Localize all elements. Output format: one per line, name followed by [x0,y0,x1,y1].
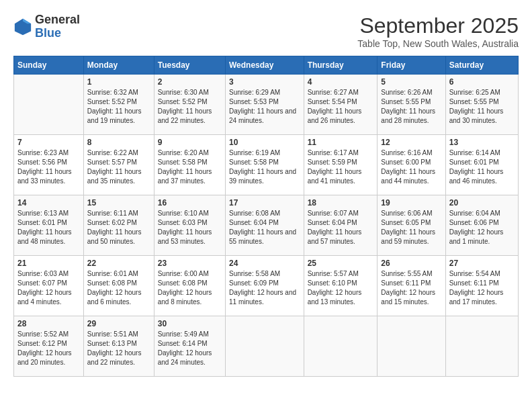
calendar-header-row: Sunday Monday Tuesday Wednesday Thursday… [14,56,519,75]
calendar-day-cell: 7Sunrise: 6:23 AMSunset: 5:56 PMDaylight… [14,135,84,195]
col-wednesday: Wednesday [225,56,304,75]
calendar-day-cell: 15Sunrise: 6:11 AMSunset: 6:02 PMDayligh… [83,195,154,256]
day-number: 6 [449,77,515,87]
calendar-day-cell: 10Sunrise: 6:19 AMSunset: 5:58 PMDayligh… [225,135,304,195]
day-number: 5 [381,77,441,87]
day-info: Sunrise: 6:19 AMSunset: 5:58 PMDaylight:… [229,148,300,186]
header: General Blue September 2025 Table Top, N… [13,13,519,49]
day-number: 24 [229,259,300,268]
calendar-week-row: 1Sunrise: 6:32 AMSunset: 5:52 PMDaylight… [14,75,519,135]
logo-text: General Blue [35,13,80,40]
day-info: Sunrise: 6:22 AMSunset: 5:57 PMDaylight:… [87,148,150,186]
calendar-table: Sunday Monday Tuesday Wednesday Thursday… [13,56,519,377]
calendar-day-cell: 20Sunrise: 6:04 AMSunset: 6:06 PMDayligh… [445,195,518,256]
day-number: 11 [308,138,374,147]
day-info: Sunrise: 6:01 AMSunset: 6:08 PMDaylight:… [87,269,150,307]
col-saturday: Saturday [445,56,518,75]
day-number: 21 [17,259,80,268]
day-info: Sunrise: 5:54 AMSunset: 6:11 PMDaylight:… [449,269,515,307]
title-section: September 2025 Table Top, New South Wale… [357,13,519,49]
day-info: Sunrise: 6:07 AMSunset: 6:04 PMDaylight:… [308,209,374,246]
day-info: Sunrise: 6:04 AMSunset: 6:06 PMDaylight:… [449,209,515,246]
day-info: Sunrise: 6:27 AMSunset: 5:54 PMDaylight:… [308,88,374,126]
logo-general-text: General [35,13,80,26]
day-info: Sunrise: 5:49 AMSunset: 6:14 PMDaylight:… [158,330,222,367]
day-info: Sunrise: 6:26 AMSunset: 5:55 PMDaylight:… [381,88,441,126]
calendar-day-cell: 28Sunrise: 5:52 AMSunset: 6:12 PMDayligh… [14,316,84,377]
day-info: Sunrise: 5:55 AMSunset: 6:11 PMDaylight:… [381,269,441,307]
calendar-day-cell: 4Sunrise: 6:27 AMSunset: 5:54 PMDaylight… [304,75,378,135]
day-number: 2 [158,77,222,87]
calendar-day-cell: 13Sunrise: 6:14 AMSunset: 6:01 PMDayligh… [445,135,518,195]
calendar-day-cell: 2Sunrise: 6:30 AMSunset: 5:52 PMDaylight… [154,75,225,135]
day-info: Sunrise: 6:17 AMSunset: 5:59 PMDaylight:… [308,148,374,186]
calendar-day-cell: 1Sunrise: 6:32 AMSunset: 5:52 PMDaylight… [83,75,154,135]
col-friday: Friday [378,56,445,75]
calendar-day-cell: 24Sunrise: 5:58 AMSunset: 6:09 PMDayligh… [225,256,304,316]
calendar-day-cell: 18Sunrise: 6:07 AMSunset: 6:04 PMDayligh… [304,195,378,256]
day-info: Sunrise: 6:00 AMSunset: 6:08 PMDaylight:… [158,269,222,307]
calendar-day-cell: 6Sunrise: 6:25 AMSunset: 5:55 PMDaylight… [445,75,518,135]
day-number: 23 [158,259,222,268]
calendar-day-cell: 17Sunrise: 6:08 AMSunset: 6:04 PMDayligh… [225,195,304,256]
day-number: 7 [17,138,80,147]
day-number: 20 [449,198,515,208]
day-info: Sunrise: 6:06 AMSunset: 6:05 PMDaylight:… [381,209,441,246]
day-number: 12 [381,138,441,147]
day-info: Sunrise: 6:08 AMSunset: 6:04 PMDaylight:… [229,209,300,246]
calendar-day-cell: 8Sunrise: 6:22 AMSunset: 5:57 PMDaylight… [83,135,154,195]
calendar-day-cell: 21Sunrise: 6:03 AMSunset: 6:07 PMDayligh… [14,256,84,316]
day-number: 15 [87,198,150,208]
calendar-week-row: 7Sunrise: 6:23 AMSunset: 5:56 PMDaylight… [14,135,519,195]
calendar-day-cell: 30Sunrise: 5:49 AMSunset: 6:14 PMDayligh… [154,316,225,377]
calendar-day-cell: 29Sunrise: 5:51 AMSunset: 6:13 PMDayligh… [83,316,154,377]
day-number: 17 [229,198,300,208]
calendar-day-cell: 26Sunrise: 5:55 AMSunset: 6:11 PMDayligh… [378,256,445,316]
day-number: 4 [308,77,374,87]
day-number: 28 [17,319,80,328]
calendar-day-cell: 12Sunrise: 6:16 AMSunset: 6:00 PMDayligh… [378,135,445,195]
day-info: Sunrise: 6:25 AMSunset: 5:55 PMDaylight:… [449,88,515,126]
calendar-day-cell [225,316,304,377]
day-number: 26 [381,259,441,268]
calendar-day-cell: 14Sunrise: 6:13 AMSunset: 6:01 PMDayligh… [14,195,84,256]
month-title: September 2025 [357,13,519,38]
day-info: Sunrise: 6:29 AMSunset: 5:53 PMDaylight:… [229,88,300,126]
day-number: 18 [308,198,374,208]
day-info: Sunrise: 6:11 AMSunset: 6:02 PMDaylight:… [87,209,150,246]
calendar-day-cell [445,316,518,377]
day-info: Sunrise: 6:30 AMSunset: 5:52 PMDaylight:… [158,88,222,126]
calendar-day-cell: 3Sunrise: 6:29 AMSunset: 5:53 PMDaylight… [225,75,304,135]
day-number: 22 [87,259,150,268]
day-number: 19 [381,198,441,208]
calendar-day-cell [304,316,378,377]
day-number: 30 [158,319,222,328]
day-number: 3 [229,77,300,87]
day-info: Sunrise: 5:52 AMSunset: 6:12 PMDaylight:… [17,330,80,367]
day-info: Sunrise: 5:58 AMSunset: 6:09 PMDaylight:… [229,269,300,307]
logo-blue-text: Blue [35,26,61,40]
day-number: 29 [87,319,150,328]
day-info: Sunrise: 5:57 AMSunset: 6:10 PMDaylight:… [308,269,374,307]
day-number: 10 [229,138,300,147]
col-tuesday: Tuesday [154,56,225,75]
day-info: Sunrise: 6:20 AMSunset: 5:58 PMDaylight:… [158,148,222,186]
col-sunday: Sunday [14,56,84,75]
day-number: 1 [87,77,150,87]
day-info: Sunrise: 6:13 AMSunset: 6:01 PMDaylight:… [17,209,80,246]
day-number: 25 [308,259,374,268]
day-info: Sunrise: 6:16 AMSunset: 6:00 PMDaylight:… [381,148,441,186]
calendar-week-row: 21Sunrise: 6:03 AMSunset: 6:07 PMDayligh… [14,256,519,316]
day-info: Sunrise: 6:14 AMSunset: 6:01 PMDaylight:… [449,148,515,186]
day-info: Sunrise: 6:23 AMSunset: 5:56 PMDaylight:… [17,148,80,186]
day-number: 13 [449,138,515,147]
calendar-day-cell: 22Sunrise: 6:01 AMSunset: 6:08 PMDayligh… [83,256,154,316]
calendar-week-row: 14Sunrise: 6:13 AMSunset: 6:01 PMDayligh… [14,195,519,256]
logo: General Blue [13,13,80,40]
logo-icon [13,17,32,36]
day-info: Sunrise: 6:10 AMSunset: 6:03 PMDaylight:… [158,209,222,246]
calendar-week-row: 28Sunrise: 5:52 AMSunset: 6:12 PMDayligh… [14,316,519,377]
calendar-day-cell: 25Sunrise: 5:57 AMSunset: 6:10 PMDayligh… [304,256,378,316]
col-monday: Monday [83,56,154,75]
day-info: Sunrise: 5:51 AMSunset: 6:13 PMDaylight:… [87,330,150,367]
